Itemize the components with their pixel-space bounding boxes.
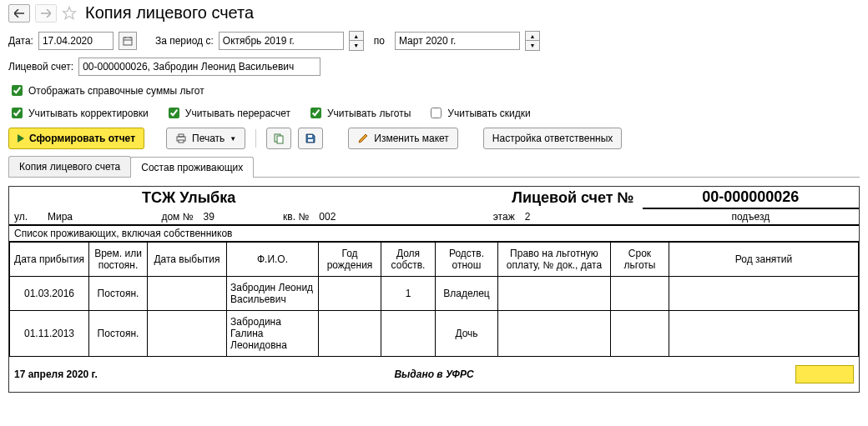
- footer-date: 17 апреля 2020 г.: [9, 357, 264, 392]
- checkbox-show-benefit-sums[interactable]: Отображать справочные суммы льгот: [8, 83, 204, 98]
- period-to-label: по: [374, 35, 385, 47]
- footer-issued: Выдано в УФРС: [264, 357, 603, 392]
- button-label: Сформировать отчет: [29, 133, 135, 144]
- spin-down-icon[interactable]: ▼: [350, 41, 363, 50]
- print-button[interactable]: Печать ▼: [166, 128, 245, 149]
- copy-icon: [273, 133, 285, 144]
- checkbox-benefits[interactable]: Учитывать льготы: [307, 105, 411, 121]
- checkbox-label: Учитывать перерасчет: [185, 108, 290, 119]
- table-row[interactable]: 01.03.2016Постоян.Забродин Леонид Василь…: [10, 277, 859, 311]
- residents-table: Дата прибытия Врем. или постоян. Дата вы…: [9, 242, 859, 357]
- org-name: ТСЖ Улыбка: [9, 187, 368, 208]
- calendar-icon: [123, 36, 133, 46]
- checkbox-input[interactable]: [310, 108, 321, 118]
- checkbox-input[interactable]: [169, 108, 179, 118]
- spin-up-icon[interactable]: ▲: [350, 32, 363, 41]
- arrow-right-icon: [41, 9, 51, 18]
- checkbox-input[interactable]: [12, 85, 23, 96]
- account-field[interactable]: 00-000000026, Забродин Леонид Васильевич: [78, 58, 320, 76]
- button-label: Настройка ответственных: [492, 133, 613, 144]
- col-arrival: Дата прибытия: [10, 243, 89, 277]
- table-row[interactable]: 01.11.2013Постоян.Забродина Галина Леони…: [10, 311, 859, 357]
- cell-fio: Забродин Леонид Васильевич: [227, 277, 319, 311]
- col-share: Доля собств.: [381, 243, 436, 277]
- save-button[interactable]: [298, 128, 323, 149]
- cell-departure: [148, 311, 227, 357]
- entrance-label: подъезд: [643, 208, 859, 225]
- period-to-field[interactable]: Март 2020 г.: [395, 32, 520, 50]
- cell-occupation: [669, 277, 859, 311]
- account-title: Лицевой счет №: [368, 187, 643, 208]
- floor-label: этаж: [368, 208, 520, 225]
- arrow-left-icon: [14, 9, 24, 18]
- checkbox-discounts[interactable]: Учитывать скидки: [427, 105, 530, 121]
- col-temp: Врем. или постоян.: [89, 243, 148, 277]
- checkbox-label: Учитывать корректировки: [28, 108, 149, 119]
- col-benefit-right: Право на льгот­ную оплату, № док., дата: [498, 243, 611, 277]
- responsible-settings-button[interactable]: Настройка ответственных: [483, 128, 622, 149]
- cell-benefit_term: [611, 277, 669, 311]
- svg-rect-0: [124, 38, 132, 45]
- period-from-field[interactable]: Октябрь 2019 г.: [219, 32, 344, 50]
- svg-rect-10: [308, 139, 313, 142]
- report-area: ТСЖ Улыбка Лицевой счет № 00-000000026 у…: [8, 186, 860, 393]
- apt-label: кв. №: [241, 208, 314, 225]
- account-number: 00-000000026: [643, 187, 859, 208]
- footer-highlight-box: [795, 365, 854, 383]
- list-title: Список проживающих, включая собственнико…: [9, 225, 859, 242]
- cell-temp: Постоян.: [89, 311, 148, 357]
- cell-arrival: 01.11.2013: [10, 311, 89, 357]
- col-benefit-term: Срок льготы: [611, 243, 669, 277]
- copy-button[interactable]: [266, 128, 291, 149]
- cell-benefit_right: [498, 277, 611, 311]
- col-relation: Родств. отнош: [436, 243, 498, 277]
- spin-up-icon[interactable]: ▲: [526, 32, 539, 41]
- date-label: Дата:: [8, 35, 33, 47]
- cell-occupation: [669, 311, 859, 357]
- nav-back-button[interactable]: [8, 4, 30, 23]
- change-layout-button[interactable]: Изменить макет: [348, 128, 458, 149]
- period-from-spinner[interactable]: ▲ ▼: [349, 31, 364, 51]
- pencil-icon: [357, 133, 369, 144]
- button-label: Изменить макет: [374, 133, 449, 144]
- floppy-icon: [305, 133, 316, 144]
- period-to-spinner[interactable]: ▲ ▼: [525, 31, 540, 51]
- generate-report-button[interactable]: Сформировать отчет: [8, 128, 144, 149]
- svg-rect-6: [179, 140, 184, 143]
- printer-icon: [175, 133, 187, 143]
- house-label: дом №: [114, 208, 198, 225]
- favorite-star-icon[interactable]: [62, 6, 77, 21]
- floor-value: 2: [520, 208, 594, 225]
- cell-relation: Владелец: [436, 277, 498, 311]
- cell-temp: Постоян.: [89, 277, 148, 311]
- cell-relation: Дочь: [436, 311, 498, 357]
- nav-forward-button[interactable]: [35, 4, 57, 23]
- svg-rect-5: [179, 134, 184, 137]
- col-fio: Ф.И.О.: [227, 243, 319, 277]
- checkbox-adjustments[interactable]: Учитывать корректировки: [8, 105, 149, 121]
- col-occupation: Род занятий: [669, 243, 859, 277]
- account-label: Лицевой счет:: [8, 61, 73, 73]
- date-calendar-button[interactable]: [119, 32, 137, 50]
- house-value: 39: [199, 208, 241, 225]
- cell-birth_year: [319, 311, 381, 357]
- tab-account-copy[interactable]: Копия лицевого счета: [8, 156, 131, 177]
- dropdown-caret-icon: ▼: [230, 135, 236, 143]
- col-departure: Дата выбытия: [148, 243, 227, 277]
- cell-benefit_right: [498, 311, 611, 357]
- tab-residents[interactable]: Состав проживающих: [130, 157, 254, 178]
- svg-rect-8: [277, 136, 283, 143]
- apt-value: 002: [314, 208, 368, 225]
- separator: [255, 129, 256, 148]
- cell-departure: [148, 277, 227, 311]
- checkbox-label: Учитывать скидки: [447, 108, 530, 119]
- button-label: Печать: [192, 133, 225, 144]
- spin-down-icon[interactable]: ▼: [526, 41, 539, 50]
- checkbox-input[interactable]: [12, 108, 23, 118]
- date-field[interactable]: 17.04.2020: [38, 32, 114, 50]
- cell-share: 1: [381, 277, 436, 311]
- checkbox-input[interactable]: [431, 108, 442, 118]
- checkbox-recalculation[interactable]: Учитывать перерасчет: [165, 105, 290, 121]
- svg-rect-9: [308, 135, 312, 138]
- period-from-label: За период с:: [155, 35, 214, 47]
